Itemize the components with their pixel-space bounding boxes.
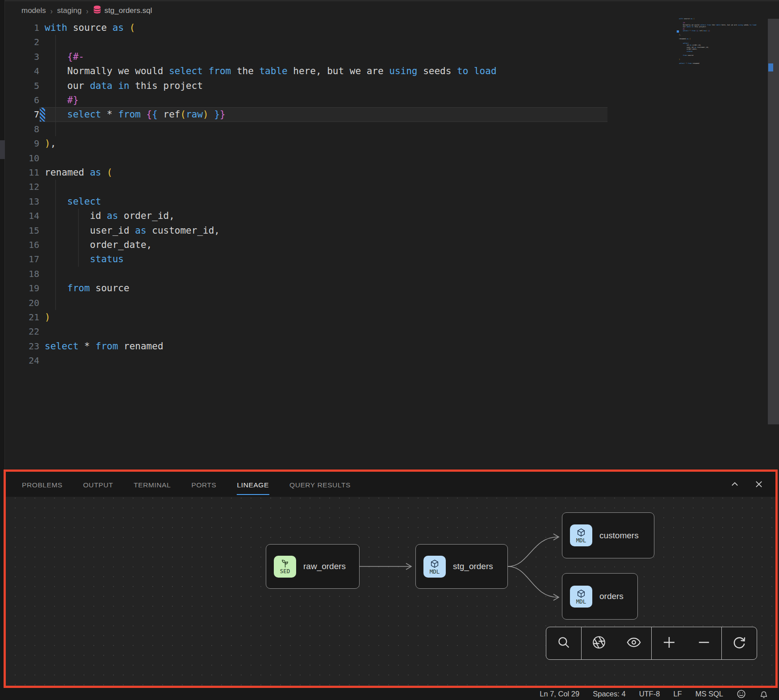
refresh-icon [732, 635, 747, 652]
line-number: 10 [5, 151, 39, 165]
status-encoding[interactable]: UTF-8 [639, 690, 660, 698]
panel-tab-lineage[interactable]: LINEAGE [237, 474, 269, 495]
line-number: 6 [5, 93, 39, 107]
breadcrumb-file[interactable]: stg_orders.sql [93, 5, 152, 16]
code-line[interactable]: ) [45, 310, 50, 324]
line-number: 9 [5, 136, 39, 151]
line-number: 23 [5, 339, 39, 353]
code-line[interactable]: select [45, 194, 101, 209]
feedback-smiley-icon[interactable] [737, 689, 746, 699]
line-number: 14 [5, 209, 39, 223]
refresh-button[interactable] [722, 627, 757, 659]
line-number: 2 [5, 35, 39, 49]
cube-icon [576, 528, 586, 537]
panel-tab-terminal[interactable]: TERMINAL [133, 474, 171, 495]
code-line[interactable]: #} [45, 93, 79, 107]
zoom-out-button[interactable] [687, 627, 721, 659]
minimap-modified-marker [677, 30, 679, 33]
panel-actions [730, 479, 764, 489]
code-line[interactable]: renamed as ( [45, 165, 113, 180]
lineage-node-raw_orders[interactable]: SEDraw_orders [266, 544, 360, 589]
panel-tab-problems[interactable]: PROBLEMS [21, 474, 63, 495]
code-line[interactable]: status [45, 252, 124, 266]
seed-icon [281, 559, 290, 568]
lineage-toolbar [546, 627, 757, 660]
node-label: stg_orders [453, 562, 493, 571]
lineage-node-stg_orders[interactable]: MDLstg_orders [415, 544, 508, 589]
toolbar-group [722, 627, 757, 659]
cube-icon [576, 589, 586, 599]
overview-ruler-modified-marker [768, 63, 773, 71]
tabbar-edge [0, 0, 779, 1]
code-line[interactable]: id as order_id, [45, 209, 175, 223]
toolbar-group [652, 627, 722, 659]
code-line[interactable]: {#- [45, 50, 84, 64]
line-number: 8 [5, 122, 39, 136]
eye-icon [626, 634, 642, 652]
node-label: raw_orders [303, 562, 346, 571]
search-icon [556, 635, 571, 652]
line-number: 18 [5, 267, 39, 281]
line-number: 16 [5, 238, 39, 252]
zoom-in-button[interactable] [652, 627, 687, 659]
node-badge: MDL [570, 586, 592, 608]
toggle-visibility-button[interactable] [616, 627, 651, 659]
line-number: 5 [5, 79, 39, 93]
breadcrumb-segment[interactable]: staging [57, 6, 82, 15]
line-number: 4 [5, 64, 39, 78]
line-number: 13 [5, 194, 39, 209]
code-editor[interactable]: 1with source as (23 {#-4 Normally we wou… [5, 15, 779, 469]
line-number: 15 [5, 223, 39, 238]
line-number: 17 [5, 252, 39, 266]
breadcrumb-file-name: stg_orders.sql [105, 6, 152, 15]
line-number: 19 [5, 281, 39, 295]
breadcrumb-segment[interactable]: models [21, 6, 46, 15]
toolbar-group [582, 627, 652, 659]
panel-tab-output[interactable]: OUTPUT [83, 474, 113, 495]
panel-tab-ports[interactable]: PORTS [191, 474, 217, 495]
status-eol[interactable]: LF [673, 690, 682, 698]
code-line[interactable]: our data in this project [45, 79, 203, 93]
code-line[interactable]: select * from {{ ref(raw) }} [45, 107, 226, 122]
line-number: 22 [5, 324, 39, 339]
line-number: 3 [5, 50, 39, 64]
panel-tab-bar: PROBLEMSOUTPUTTERMINALPORTSLINEAGEQUERY … [6, 472, 775, 497]
lineage-node-orders[interactable]: MDLorders [562, 573, 638, 620]
chevron-up-icon[interactable] [730, 479, 740, 489]
status-language-mode[interactable]: MS SQL [695, 690, 723, 698]
node-badge-label: SED [280, 568, 290, 574]
focus-mode-button[interactable] [582, 627, 616, 659]
code-line[interactable]: Normally we would select from the table … [45, 64, 497, 78]
breadcrumb-separator-icon: › [86, 6, 88, 15]
bell-icon[interactable] [759, 690, 768, 699]
code-line[interactable]: ), [45, 136, 56, 151]
node-label: customers [599, 531, 639, 541]
lineage-node-customers[interactable]: MDLcustomers [562, 512, 654, 558]
vertical-scrollbar[interactable] [768, 19, 779, 424]
line-number: 20 [5, 296, 39, 310]
code-line[interactable]: from source [45, 281, 130, 295]
line-number: 12 [5, 180, 39, 194]
aperture-icon [591, 635, 607, 652]
vscode-window: models›staging›stg_orders.sql 1with sour… [0, 0, 779, 700]
node-label: orders [599, 591, 624, 601]
status-cursor-position[interactable]: Ln 7, Col 29 [540, 690, 579, 698]
close-icon[interactable] [754, 479, 764, 489]
search-button[interactable] [546, 627, 581, 659]
minimap[interactable]: with source as ( {#- Normally we would s… [679, 18, 766, 67]
node-badge: MDL [570, 524, 592, 546]
node-badge: MDL [423, 556, 446, 578]
code-line[interactable]: with source as ( [45, 21, 135, 35]
lineage-canvas[interactable]: SEDraw_ordersMDLstg_ordersMDLcustomersMD… [6, 497, 775, 686]
minus-icon [696, 634, 712, 652]
line-number: 7 [5, 107, 39, 122]
breadcrumb-separator-icon: › [50, 6, 53, 15]
panel-tab-query-results[interactable]: QUERY RESULTS [289, 474, 351, 495]
code-line[interactable]: select * from renamed [45, 339, 163, 353]
line-number: 24 [5, 353, 39, 368]
code-line[interactable]: order_date, [45, 238, 152, 252]
status-indentation[interactable]: Spaces: 4 [593, 690, 625, 698]
node-badge-label: MDL [430, 569, 440, 574]
code-line[interactable]: user_id as customer_id, [45, 223, 220, 238]
plus-icon [661, 634, 677, 652]
